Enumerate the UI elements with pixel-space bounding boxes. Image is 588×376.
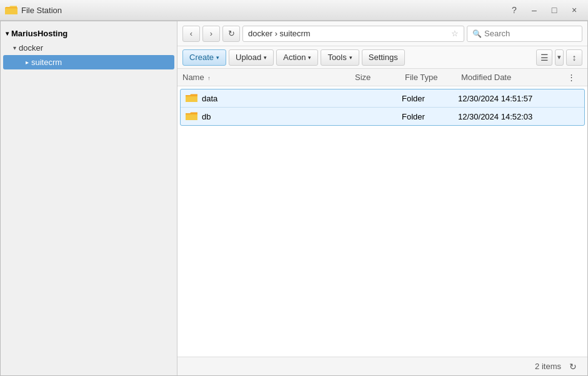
sidebar: ▾ MariusHosting ▾ docker ▸ suitecrm — [1, 21, 177, 375]
app-icon — [5, 4, 17, 16]
file-name-data: data — [186, 93, 352, 103]
folder-icon — [186, 93, 198, 103]
table-row[interactable]: db Folder 12/30/2024 14:52:03 — [181, 108, 584, 125]
star-icon[interactable]: ☆ — [451, 29, 459, 38]
file-selection-box: data Folder 12/30/2024 14:51:57 — [180, 89, 585, 126]
sidebar-root-label: MariusHosting — [11, 29, 67, 38]
view-toggle-button[interactable]: ▾ — [555, 49, 564, 66]
status-refresh-button[interactable]: ↻ — [566, 360, 580, 373]
file-date-db: 12/30/2024 14:52:03 — [458, 112, 564, 121]
file-date-data: 12/30/2024 14:51:57 — [458, 94, 564, 103]
search-bar[interactable]: 🔍 — [467, 26, 582, 42]
path-text: docker › suitecrm — [248, 29, 311, 38]
close-button[interactable]: × — [566, 4, 583, 16]
action-caret-icon: ▾ — [308, 54, 311, 61]
upload-label: Upload — [236, 53, 261, 62]
create-label: Create — [189, 53, 214, 62]
col-header-type: File Type — [405, 73, 461, 82]
col-header-name: Name ↑ — [182, 73, 355, 82]
tools-caret-icon: ▾ — [349, 54, 352, 61]
toolbar-top: ‹ › ↻ docker › suitecrm ☆ 🔍 — [177, 21, 587, 46]
toolbar-actions: Create ▾ Upload ▾ Action ▾ Tools ▾ Setti… — [177, 46, 587, 69]
file-list: Name ↑ Size File Type Modified Date ⋮ — [177, 69, 587, 357]
tools-label: Tools — [327, 53, 346, 62]
help-button[interactable]: ? — [506, 4, 523, 16]
app-title: File Station — [21, 6, 506, 15]
refresh-nav-button[interactable]: ↻ — [222, 26, 240, 42]
col-header-date: Modified Date — [461, 73, 567, 82]
sidebar-item-docker[interactable]: ▾ docker — [1, 41, 177, 55]
table-row[interactable]: data Folder 12/30/2024 14:51:57 — [181, 89, 584, 108]
action-button[interactable]: Action ▾ — [276, 49, 318, 66]
sidebar-item-suitecrm-label: suitecrm — [31, 58, 62, 67]
sort-arrow-icon: ↑ — [207, 75, 211, 81]
upload-caret-icon: ▾ — [264, 54, 267, 61]
back-button[interactable]: ‹ — [182, 26, 200, 42]
maximize-button[interactable]: □ — [546, 4, 563, 16]
app-container: ▾ MariusHosting ▾ docker ▸ suitecrm ‹ › … — [0, 21, 588, 376]
file-list-header: Name ↑ Size File Type Modified Date ⋮ — [177, 69, 587, 86]
col-header-size: Size — [355, 73, 405, 82]
upload-button[interactable]: Upload ▾ — [229, 49, 274, 66]
col-more-icon[interactable]: ⋮ — [567, 73, 582, 82]
file-type-db: Folder — [402, 112, 458, 121]
settings-label: Settings — [369, 53, 398, 62]
sidebar-item-docker-label: docker — [19, 43, 43, 53]
item-count: 2 items — [535, 362, 561, 371]
create-caret-icon: ▾ — [216, 54, 219, 61]
main-content: ‹ › ↻ docker › suitecrm ☆ 🔍 Create ▾ Upl… — [177, 21, 587, 375]
search-input[interactable] — [484, 29, 587, 38]
folder-icon — [186, 111, 198, 121]
action-label: Action — [283, 53, 306, 62]
status-bar: 2 items ↻ — [177, 357, 587, 375]
sidebar-item-suitecrm[interactable]: ▸ suitecrm — [3, 55, 174, 69]
file-name-db: db — [186, 111, 352, 121]
settings-button[interactable]: Settings — [362, 49, 405, 66]
minimize-button[interactable]: – — [526, 4, 543, 16]
root-arrow-icon: ▾ — [6, 30, 9, 37]
suitecrm-arrow-icon: ▸ — [26, 59, 29, 66]
search-icon: 🔍 — [472, 29, 482, 38]
sort-button[interactable]: ↕ — [566, 49, 582, 66]
titlebar: File Station ? – □ × — [0, 0, 588, 21]
window-controls: ? – □ × — [506, 4, 583, 16]
docker-arrow-icon: ▾ — [13, 44, 16, 51]
create-button[interactable]: Create ▾ — [182, 49, 226, 66]
path-bar: docker › suitecrm ☆ — [242, 26, 464, 42]
sidebar-root[interactable]: ▾ MariusHosting — [1, 26, 177, 41]
tools-button[interactable]: Tools ▾ — [321, 49, 359, 66]
list-view-button[interactable]: ☰ — [536, 49, 552, 66]
file-type-data: Folder — [402, 94, 458, 103]
forward-button[interactable]: › — [202, 26, 220, 42]
